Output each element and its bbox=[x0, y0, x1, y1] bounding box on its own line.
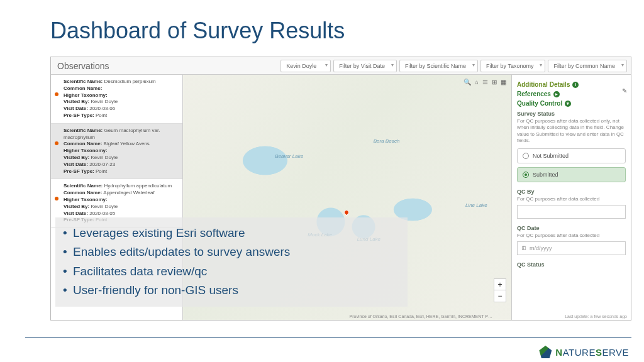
zoom-out-button[interactable]: − bbox=[494, 290, 506, 302]
val-common: Bigleaf Yellow Avens bbox=[104, 141, 150, 146]
observation-item[interactable]: Scientific Name: Desmodium perplexum Com… bbox=[51, 75, 182, 124]
lbl-vdate: Visit Date: bbox=[64, 162, 88, 167]
filter-visit-date-label: Filter by Visit Date bbox=[339, 63, 385, 69]
filter-taxonomy[interactable]: Filter by Taxonomy bbox=[480, 60, 545, 72]
grid-icon[interactable]: ▦ bbox=[501, 79, 506, 85]
section-references[interactable]: References▸ bbox=[517, 90, 626, 97]
qc-by-desc: For QC purposes after data collected bbox=[517, 196, 626, 202]
section-label: Additional Details bbox=[517, 81, 570, 88]
val-vby: Kevin Doyle bbox=[91, 204, 118, 209]
radio-not-submitted[interactable]: Not Submitted bbox=[517, 148, 626, 163]
map-label-bora: Bora Beach bbox=[374, 138, 400, 144]
val-sci: Desmodium perplexum bbox=[104, 79, 155, 84]
lbl-sci: Scientific Name: bbox=[64, 79, 103, 84]
divider bbox=[25, 337, 631, 338]
section-label: References bbox=[517, 90, 551, 97]
chevron-down-icon: ▾ bbox=[565, 101, 571, 107]
section-additional-details[interactable]: Additional Detailsi bbox=[517, 81, 626, 88]
lbl-common: Common Name: bbox=[64, 190, 102, 195]
filter-user-label: Kevin Doyle bbox=[286, 63, 316, 69]
survey-status-desc: For QC purposes after data collected onl… bbox=[517, 118, 626, 145]
slide-title: Dashboard of Survey Results bbox=[0, 0, 644, 50]
val-common: Appendaged Waterleaf bbox=[103, 190, 155, 195]
filter-sci-label: Filter by Scientific Name bbox=[405, 63, 466, 69]
natureserve-logo: NATURESERVE bbox=[539, 346, 629, 358]
lbl-vby: Visited By: bbox=[64, 204, 89, 209]
section-label: Quality Control bbox=[517, 100, 562, 107]
filter-visit-date[interactable]: Filter by Visit Date bbox=[333, 60, 397, 72]
filter-tax-label: Filter by Taxonomy bbox=[486, 63, 533, 69]
lbl-common: Common Name: bbox=[64, 85, 102, 91]
filter-common-name[interactable]: Filter by Common Name bbox=[548, 60, 627, 72]
qc-date-placeholder: m/d/yyyy bbox=[530, 245, 552, 251]
filter-common-label: Filter by Common Name bbox=[553, 63, 615, 69]
brand-ature: ATURE bbox=[563, 347, 596, 358]
bullet-item: Leverages existing Esri software bbox=[59, 224, 401, 243]
brand-s: S bbox=[596, 347, 602, 358]
brand-n: N bbox=[555, 347, 562, 358]
lbl-sci: Scientific Name: bbox=[64, 183, 103, 189]
map-attribution: Province of Ontario, Esri Canada, Esri, … bbox=[350, 314, 492, 319]
zoom-control: + − bbox=[494, 278, 506, 302]
section-quality-control[interactable]: Quality Control▾ bbox=[517, 100, 626, 107]
radio-icon bbox=[523, 153, 529, 159]
lbl-vdate: Visit Date: bbox=[64, 106, 88, 111]
filter-user[interactable]: Kevin Doyle bbox=[280, 60, 331, 72]
lbl-tax: Higher Taxonomy: bbox=[64, 92, 108, 98]
map-label-line: Line Lake bbox=[465, 202, 487, 208]
val-presf: Point bbox=[96, 112, 107, 118]
bullet-item: Enables edits/updates to survey answers bbox=[59, 243, 401, 261]
qc-by-input[interactable] bbox=[517, 205, 626, 219]
info-icon: i bbox=[572, 82, 579, 88]
lbl-vby: Visited By: bbox=[64, 99, 89, 104]
edit-icon[interactable]: ✎ bbox=[622, 87, 627, 94]
basemap-icon[interactable]: ⊞ bbox=[492, 79, 497, 85]
filter-scientific-name[interactable]: Filter by Scientific Name bbox=[399, 60, 478, 72]
radio-icon bbox=[523, 172, 529, 178]
qc-date-title: QC Date bbox=[517, 225, 626, 231]
zoom-in-button[interactable]: + bbox=[494, 279, 506, 290]
lbl-presf: Pre-SF Type: bbox=[64, 168, 94, 174]
val-vby: Kevin Doyle bbox=[91, 99, 118, 104]
val-sci: Hydrophyllum appendiculatum bbox=[104, 183, 172, 189]
survey-status-title: Survey Status bbox=[517, 111, 626, 117]
qc-by-title: QC By bbox=[517, 189, 626, 195]
layers-icon[interactable]: ☰ bbox=[482, 79, 488, 85]
home-icon[interactable]: ⌂ bbox=[475, 79, 479, 85]
map-toolbar: 🔍 ⌂ ☰ ⊞ ▦ bbox=[464, 79, 506, 85]
lbl-vby: Visited By: bbox=[64, 155, 89, 160]
lbl-common: Common Name: bbox=[64, 141, 102, 146]
qc-date-desc: For QC purposes after data collected bbox=[517, 233, 626, 239]
details-panel: Additional Detailsi ✎ References▸ Qualit… bbox=[511, 75, 631, 320]
val-presf: Point bbox=[96, 168, 107, 174]
val-vdate: 2020-08-05 bbox=[89, 211, 115, 216]
calendar-icon: 🗓 bbox=[521, 245, 527, 251]
qc-date-input[interactable]: 🗓 m/d/yyyy bbox=[517, 241, 626, 255]
lbl-presf: Pre-SF Type: bbox=[64, 112, 94, 118]
lbl-tax: Higher Taxonomy: bbox=[64, 197, 108, 202]
bullet-overlay: Leverages existing Esri software Enables… bbox=[55, 217, 408, 307]
val-vby: Kevin Doyle bbox=[91, 155, 118, 160]
qc-status-title: QC Status bbox=[517, 261, 626, 268]
header-bar: Observations Kevin Doyle Filter by Visit… bbox=[51, 57, 631, 75]
last-update: Last update: a few seconds ago bbox=[565, 314, 627, 319]
radio-label: Not Submitted bbox=[533, 153, 569, 159]
radio-label: Submitted bbox=[533, 172, 558, 178]
radio-submitted[interactable]: Submitted bbox=[517, 167, 626, 182]
map-pin-icon[interactable] bbox=[343, 209, 350, 216]
observation-item[interactable]: Scientific Name: Geum macrophyllum var. … bbox=[51, 124, 182, 180]
val-vdate: 2020-07-23 bbox=[89, 162, 115, 167]
bullet-item: Facilitates data review/qc bbox=[59, 262, 401, 281]
panel-title: Observations bbox=[55, 61, 109, 71]
val-vdate: 2020-08-06 bbox=[89, 106, 115, 111]
logo-mark-icon bbox=[539, 346, 552, 358]
map-label-beaver: Beaver Lake bbox=[275, 153, 303, 159]
brand-erve: ERVE bbox=[602, 347, 629, 358]
search-icon[interactable]: 🔍 bbox=[464, 79, 471, 85]
bullet-item: User-friendly for non-GIS users bbox=[59, 281, 401, 300]
lbl-vdate: Visit Date: bbox=[64, 211, 88, 216]
lbl-tax: Higher Taxonomy: bbox=[64, 148, 108, 153]
chevron-right-icon: ▸ bbox=[553, 91, 560, 97]
lbl-sci: Scientific Name: bbox=[64, 128, 103, 133]
